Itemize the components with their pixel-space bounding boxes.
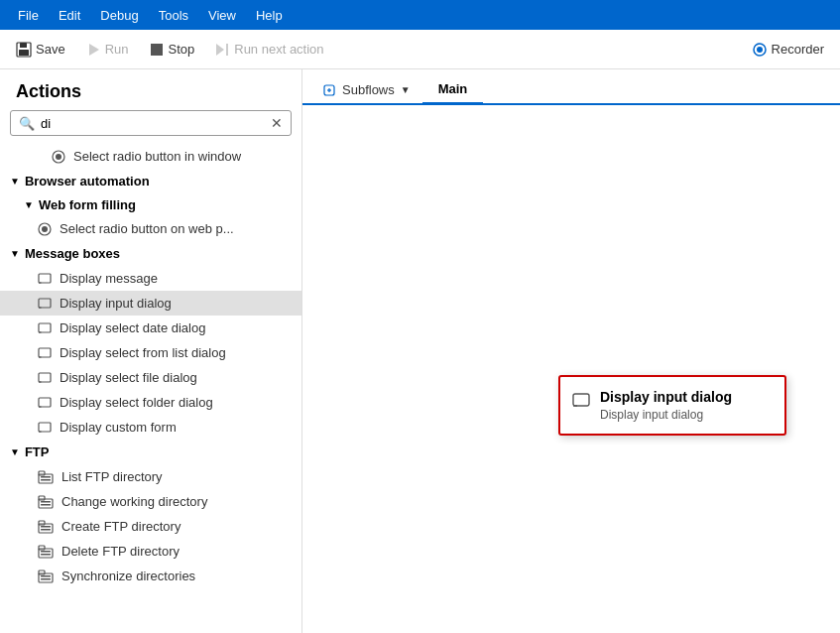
sidebar: Actions 🔍 ✕ Select radio button in windo… <box>0 69 302 633</box>
svg-rect-15 <box>39 299 51 308</box>
group-message-boxes[interactable]: ▼ Message boxes <box>0 241 301 266</box>
display-custom-form-item[interactable]: Display custom form <box>0 415 301 440</box>
item-label: Display select from list dialog <box>60 345 226 360</box>
display-select-date-dialog-item[interactable]: Display select date dialog <box>0 316 301 340</box>
svg-rect-46 <box>41 578 51 580</box>
sidebar-content: Select radio button in window ▼ Browser … <box>0 144 301 633</box>
recorder-button[interactable]: Recorder <box>744 38 832 62</box>
item-label: Select radio button in window <box>73 149 241 164</box>
chevron-down-icon: ▼ <box>401 84 411 95</box>
svg-rect-4 <box>151 44 163 56</box>
item-label: List FTP directory <box>61 469 163 484</box>
dialog-icon <box>38 396 52 410</box>
svg-rect-34 <box>41 504 51 506</box>
tooltip-dialog-icon <box>572 391 590 412</box>
save-icon <box>16 42 32 58</box>
chevron-down-icon: ▼ <box>24 199 34 210</box>
svg-rect-30 <box>41 479 51 481</box>
svg-rect-37 <box>41 526 51 528</box>
dialog-icon <box>38 346 52 360</box>
svg-rect-42 <box>41 554 51 556</box>
svg-rect-19 <box>39 348 51 357</box>
run-icon <box>85 42 101 58</box>
stop-icon <box>149 42 165 58</box>
subflows-icon <box>322 83 336 97</box>
svg-rect-29 <box>41 476 51 478</box>
save-button[interactable]: Save <box>8 38 73 62</box>
create-ftp-directory-item[interactable]: Create FTP directory <box>0 514 301 539</box>
menu-view[interactable]: View <box>198 4 246 27</box>
dialog-icon <box>38 421 52 435</box>
delete-ftp-directory-item[interactable]: Delete FTP directory <box>0 539 301 564</box>
synchronize-directories-item[interactable]: Synchronize directories <box>0 564 301 588</box>
select-radio-button-web-item[interactable]: Select radio button on web p... <box>0 216 301 241</box>
svg-point-12 <box>42 226 48 232</box>
item-label: Display select folder dialog <box>60 395 213 410</box>
change-working-directory-item[interactable]: Change working directory <box>0 489 301 514</box>
item-label: Create FTP directory <box>61 519 180 534</box>
message-icon <box>38 272 52 286</box>
svg-rect-45 <box>41 575 51 577</box>
radio-icon <box>38 222 52 236</box>
tab-main[interactable]: Main <box>422 75 484 105</box>
group-browser-automation[interactable]: ▼ Browser automation <box>0 169 301 193</box>
menu-edit[interactable]: Edit <box>49 4 90 27</box>
select-radio-button-window-item[interactable]: Select radio button in window <box>0 144 301 169</box>
chevron-down-icon: ▼ <box>10 446 20 457</box>
item-label: Display message <box>60 271 158 286</box>
svg-rect-2 <box>19 50 29 56</box>
item-label: Synchronize directories <box>61 569 195 583</box>
item-label: Display select date dialog <box>60 320 205 335</box>
svg-rect-44 <box>39 570 45 574</box>
run-button[interactable]: Run <box>77 38 137 62</box>
radio-icon <box>52 150 65 164</box>
group-label: Message boxes <box>25 246 120 261</box>
group-label: FTP <box>25 444 50 459</box>
tab-subflows[interactable]: Subflows ▼ <box>310 76 422 103</box>
display-message-item[interactable]: Display message <box>0 266 301 291</box>
ftp-icon <box>38 520 54 534</box>
svg-rect-36 <box>39 521 45 525</box>
display-select-file-dialog-item[interactable]: Display select file dialog <box>0 365 301 390</box>
tooltip-title: Display input dialog <box>600 389 732 405</box>
svg-rect-21 <box>39 373 51 382</box>
item-label: Display custom form <box>60 420 177 435</box>
display-input-dialog-item[interactable]: Display input dialog <box>0 291 301 316</box>
run-next-button[interactable]: Run next action <box>206 38 331 62</box>
svg-rect-17 <box>39 323 51 332</box>
display-select-folder-dialog-item[interactable]: Display select folder dialog <box>0 390 301 415</box>
svg-rect-25 <box>39 423 51 432</box>
tooltip-card: Display input dialog Display input dialo… <box>558 375 786 436</box>
svg-rect-23 <box>39 398 51 407</box>
svg-rect-6 <box>226 44 228 56</box>
search-input[interactable] <box>41 116 271 131</box>
menu-help[interactable]: Help <box>246 4 293 27</box>
toolbar: Save Run Stop Run next action Recorder <box>0 30 840 69</box>
chevron-down-icon: ▼ <box>10 248 20 259</box>
menu-tools[interactable]: Tools <box>149 4 198 27</box>
dialog-icon <box>38 321 52 335</box>
svg-marker-5 <box>216 44 224 56</box>
tooltip-text: Display input dialog Display input dialo… <box>600 389 732 422</box>
menu-debug[interactable]: Debug <box>90 4 148 27</box>
svg-marker-3 <box>89 44 99 56</box>
chevron-down-icon: ▼ <box>10 176 20 187</box>
stop-button[interactable]: Stop <box>141 38 203 62</box>
menu-file[interactable]: File <box>8 4 49 27</box>
tooltip-description: Display input dialog <box>600 408 732 422</box>
clear-icon[interactable]: ✕ <box>271 115 283 131</box>
item-label: Change working directory <box>61 494 207 509</box>
display-select-from-list-dialog-item[interactable]: Display select from list dialog <box>0 340 301 365</box>
main-layout: Actions 🔍 ✕ Select radio button in windo… <box>0 69 840 633</box>
svg-rect-33 <box>41 501 51 503</box>
dialog-icon <box>38 371 52 385</box>
group-ftp[interactable]: ▼ FTP <box>0 440 301 464</box>
run-next-icon <box>214 42 230 58</box>
canvas-area <box>302 105 840 633</box>
subgroup-web-form-filling[interactable]: ▼ Web form filling <box>0 193 301 216</box>
tab-main-label: Main <box>438 81 468 96</box>
content-area: Subflows ▼ Main Display input dialog Dis… <box>302 69 840 633</box>
svg-rect-1 <box>20 43 27 48</box>
list-ftp-directory-item[interactable]: List FTP directory <box>0 464 301 489</box>
svg-rect-49 <box>573 394 589 406</box>
